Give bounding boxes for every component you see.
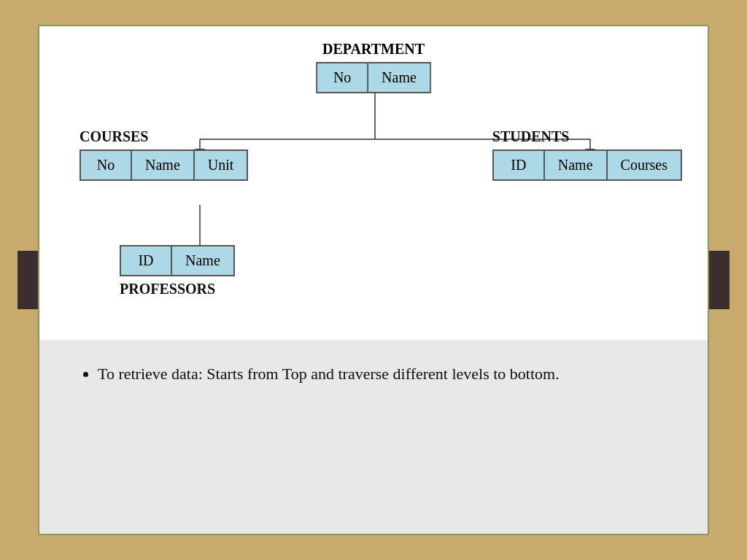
courses-box: No Name Unit [80,149,248,181]
students-box: ID Name Courses [492,149,682,181]
courses-field-name: Name [131,150,194,180]
professors-field-name: Name [171,246,234,276]
courses-entity: COURSES No Name Unit [80,128,248,181]
department-entity: DEPARTMENT No Name [316,41,431,93]
courses-label: COURSES [80,128,248,145]
dept-field-name: Name [368,63,430,93]
professors-box: ID Name [120,245,235,276]
text-area: To retrieve data: Starts from Top and tr… [39,340,708,534]
bullet-item-1: To retrieve data: Starts from Top and tr… [98,362,560,386]
slide: DEPARTMENT No Name COURSES No Name Unit … [38,25,709,535]
department-box: No Name [316,62,431,93]
students-field-name: Name [544,150,607,180]
professors-entity: ID Name PROFESSORS [120,245,235,298]
diagram-area: DEPARTMENT No Name COURSES No Name Unit … [39,26,708,340]
courses-field-no: No [80,150,131,180]
students-field-courses: Courses [607,150,681,180]
dept-field-no: No [317,63,368,93]
students-field-id: ID [493,150,544,180]
professors-label: PROFESSORS [120,281,235,298]
students-label: STUDENTS [492,128,682,145]
side-bar-left [18,251,38,309]
courses-field-unit: Unit [194,150,248,180]
bullet-list: To retrieve data: Starts from Top and tr… [83,362,560,386]
professors-field-id: ID [120,246,171,276]
side-bar-right [709,251,729,309]
department-label: DEPARTMENT [322,41,425,58]
students-entity: STUDENTS ID Name Courses [492,128,682,181]
